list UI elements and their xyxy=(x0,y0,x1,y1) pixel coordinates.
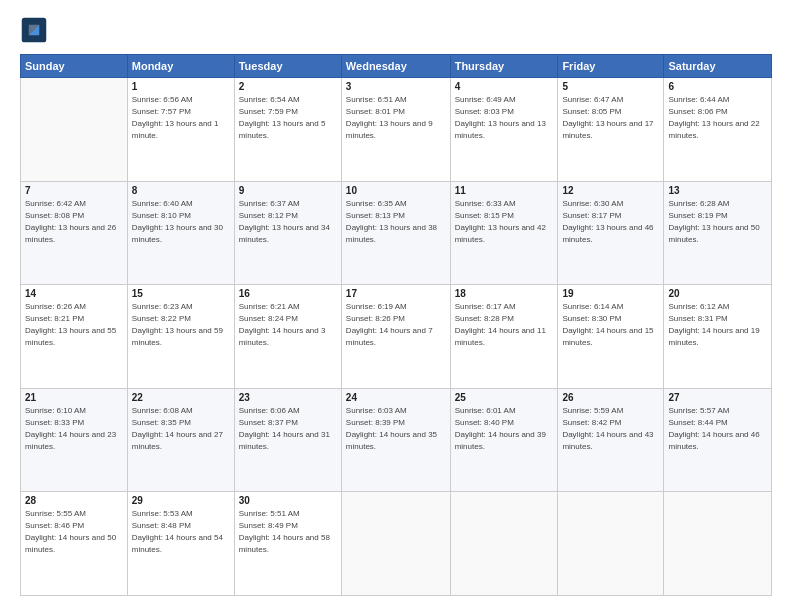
day-number: 12 xyxy=(562,185,659,196)
logo xyxy=(20,16,52,44)
day-number: 21 xyxy=(25,392,123,403)
day-cell: 13Sunrise: 6:28 AMSunset: 8:19 PMDayligh… xyxy=(664,181,772,285)
day-info: Sunrise: 6:08 AMSunset: 8:35 PMDaylight:… xyxy=(132,405,230,453)
day-number: 19 xyxy=(562,288,659,299)
week-row-1: 1Sunrise: 6:56 AMSunset: 7:57 PMDaylight… xyxy=(21,78,772,182)
day-number: 18 xyxy=(455,288,554,299)
day-cell: 9Sunrise: 6:37 AMSunset: 8:12 PMDaylight… xyxy=(234,181,341,285)
day-cell: 6Sunrise: 6:44 AMSunset: 8:06 PMDaylight… xyxy=(664,78,772,182)
day-number: 24 xyxy=(346,392,446,403)
day-cell: 29Sunrise: 5:53 AMSunset: 8:48 PMDayligh… xyxy=(127,492,234,596)
day-info: Sunrise: 6:28 AMSunset: 8:19 PMDaylight:… xyxy=(668,198,767,246)
day-cell: 4Sunrise: 6:49 AMSunset: 8:03 PMDaylight… xyxy=(450,78,558,182)
weekday-header-thursday: Thursday xyxy=(450,55,558,78)
day-info: Sunrise: 6:23 AMSunset: 8:22 PMDaylight:… xyxy=(132,301,230,349)
day-number: 7 xyxy=(25,185,123,196)
day-cell: 18Sunrise: 6:17 AMSunset: 8:28 PMDayligh… xyxy=(450,285,558,389)
day-cell: 24Sunrise: 6:03 AMSunset: 8:39 PMDayligh… xyxy=(341,388,450,492)
day-info: Sunrise: 6:35 AMSunset: 8:13 PMDaylight:… xyxy=(346,198,446,246)
logo-icon xyxy=(20,16,48,44)
day-info: Sunrise: 6:37 AMSunset: 8:12 PMDaylight:… xyxy=(239,198,337,246)
day-number: 14 xyxy=(25,288,123,299)
day-info: Sunrise: 6:01 AMSunset: 8:40 PMDaylight:… xyxy=(455,405,554,453)
day-info: Sunrise: 5:55 AMSunset: 8:46 PMDaylight:… xyxy=(25,508,123,556)
weekday-header-sunday: Sunday xyxy=(21,55,128,78)
day-info: Sunrise: 6:10 AMSunset: 8:33 PMDaylight:… xyxy=(25,405,123,453)
day-number: 29 xyxy=(132,495,230,506)
day-cell: 3Sunrise: 6:51 AMSunset: 8:01 PMDaylight… xyxy=(341,78,450,182)
week-row-3: 14Sunrise: 6:26 AMSunset: 8:21 PMDayligh… xyxy=(21,285,772,389)
weekday-header-friday: Friday xyxy=(558,55,664,78)
day-cell: 14Sunrise: 6:26 AMSunset: 8:21 PMDayligh… xyxy=(21,285,128,389)
day-cell: 8Sunrise: 6:40 AMSunset: 8:10 PMDaylight… xyxy=(127,181,234,285)
day-cell: 17Sunrise: 6:19 AMSunset: 8:26 PMDayligh… xyxy=(341,285,450,389)
day-cell: 27Sunrise: 5:57 AMSunset: 8:44 PMDayligh… xyxy=(664,388,772,492)
day-info: Sunrise: 5:51 AMSunset: 8:49 PMDaylight:… xyxy=(239,508,337,556)
day-number: 22 xyxy=(132,392,230,403)
weekday-header-row: SundayMondayTuesdayWednesdayThursdayFrid… xyxy=(21,55,772,78)
day-number: 1 xyxy=(132,81,230,92)
day-number: 2 xyxy=(239,81,337,92)
day-info: Sunrise: 5:59 AMSunset: 8:42 PMDaylight:… xyxy=(562,405,659,453)
day-cell xyxy=(341,492,450,596)
day-cell: 10Sunrise: 6:35 AMSunset: 8:13 PMDayligh… xyxy=(341,181,450,285)
day-number: 17 xyxy=(346,288,446,299)
day-number: 9 xyxy=(239,185,337,196)
day-number: 27 xyxy=(668,392,767,403)
day-info: Sunrise: 6:30 AMSunset: 8:17 PMDaylight:… xyxy=(562,198,659,246)
day-info: Sunrise: 6:14 AMSunset: 8:30 PMDaylight:… xyxy=(562,301,659,349)
day-number: 23 xyxy=(239,392,337,403)
day-cell: 19Sunrise: 6:14 AMSunset: 8:30 PMDayligh… xyxy=(558,285,664,389)
day-number: 20 xyxy=(668,288,767,299)
week-row-2: 7Sunrise: 6:42 AMSunset: 8:08 PMDaylight… xyxy=(21,181,772,285)
weekday-header-saturday: Saturday xyxy=(664,55,772,78)
day-number: 30 xyxy=(239,495,337,506)
day-cell: 16Sunrise: 6:21 AMSunset: 8:24 PMDayligh… xyxy=(234,285,341,389)
day-info: Sunrise: 6:51 AMSunset: 8:01 PMDaylight:… xyxy=(346,94,446,142)
day-cell: 11Sunrise: 6:33 AMSunset: 8:15 PMDayligh… xyxy=(450,181,558,285)
day-info: Sunrise: 6:21 AMSunset: 8:24 PMDaylight:… xyxy=(239,301,337,349)
weekday-header-tuesday: Tuesday xyxy=(234,55,341,78)
header xyxy=(20,16,772,44)
day-cell xyxy=(21,78,128,182)
day-cell: 7Sunrise: 6:42 AMSunset: 8:08 PMDaylight… xyxy=(21,181,128,285)
day-number: 28 xyxy=(25,495,123,506)
day-cell xyxy=(450,492,558,596)
day-number: 25 xyxy=(455,392,554,403)
day-info: Sunrise: 6:49 AMSunset: 8:03 PMDaylight:… xyxy=(455,94,554,142)
weekday-header-monday: Monday xyxy=(127,55,234,78)
day-info: Sunrise: 6:12 AMSunset: 8:31 PMDaylight:… xyxy=(668,301,767,349)
day-cell: 15Sunrise: 6:23 AMSunset: 8:22 PMDayligh… xyxy=(127,285,234,389)
day-info: Sunrise: 6:56 AMSunset: 7:57 PMDaylight:… xyxy=(132,94,230,142)
day-info: Sunrise: 5:57 AMSunset: 8:44 PMDaylight:… xyxy=(668,405,767,453)
day-info: Sunrise: 6:44 AMSunset: 8:06 PMDaylight:… xyxy=(668,94,767,142)
day-number: 8 xyxy=(132,185,230,196)
day-cell: 22Sunrise: 6:08 AMSunset: 8:35 PMDayligh… xyxy=(127,388,234,492)
day-cell: 23Sunrise: 6:06 AMSunset: 8:37 PMDayligh… xyxy=(234,388,341,492)
day-number: 4 xyxy=(455,81,554,92)
day-info: Sunrise: 6:06 AMSunset: 8:37 PMDaylight:… xyxy=(239,405,337,453)
day-info: Sunrise: 6:26 AMSunset: 8:21 PMDaylight:… xyxy=(25,301,123,349)
day-number: 6 xyxy=(668,81,767,92)
day-number: 5 xyxy=(562,81,659,92)
day-number: 13 xyxy=(668,185,767,196)
day-cell: 20Sunrise: 6:12 AMSunset: 8:31 PMDayligh… xyxy=(664,285,772,389)
week-row-4: 21Sunrise: 6:10 AMSunset: 8:33 PMDayligh… xyxy=(21,388,772,492)
day-cell xyxy=(664,492,772,596)
page: SundayMondayTuesdayWednesdayThursdayFrid… xyxy=(0,0,792,612)
day-cell: 30Sunrise: 5:51 AMSunset: 8:49 PMDayligh… xyxy=(234,492,341,596)
day-cell: 25Sunrise: 6:01 AMSunset: 8:40 PMDayligh… xyxy=(450,388,558,492)
week-row-5: 28Sunrise: 5:55 AMSunset: 8:46 PMDayligh… xyxy=(21,492,772,596)
day-number: 11 xyxy=(455,185,554,196)
day-number: 26 xyxy=(562,392,659,403)
day-info: Sunrise: 6:33 AMSunset: 8:15 PMDaylight:… xyxy=(455,198,554,246)
day-info: Sunrise: 6:47 AMSunset: 8:05 PMDaylight:… xyxy=(562,94,659,142)
day-cell: 12Sunrise: 6:30 AMSunset: 8:17 PMDayligh… xyxy=(558,181,664,285)
day-info: Sunrise: 6:42 AMSunset: 8:08 PMDaylight:… xyxy=(25,198,123,246)
day-number: 10 xyxy=(346,185,446,196)
day-info: Sunrise: 6:19 AMSunset: 8:26 PMDaylight:… xyxy=(346,301,446,349)
day-info: Sunrise: 6:40 AMSunset: 8:10 PMDaylight:… xyxy=(132,198,230,246)
day-cell: 26Sunrise: 5:59 AMSunset: 8:42 PMDayligh… xyxy=(558,388,664,492)
day-number: 3 xyxy=(346,81,446,92)
day-cell: 1Sunrise: 6:56 AMSunset: 7:57 PMDaylight… xyxy=(127,78,234,182)
